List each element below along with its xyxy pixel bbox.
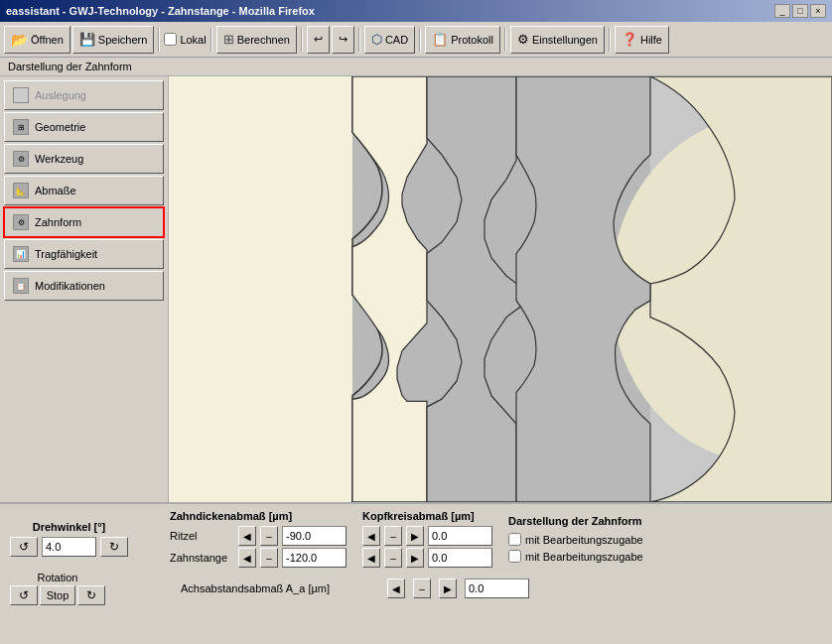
title-bar: eassistant - GWJ-Technology - Zahnstange… — [0, 0, 832, 22]
zahndicken-label: Zahndickenabmaß [µm] — [170, 510, 347, 522]
darstellung-text-2: mit Bearbeitungszugabe — [525, 551, 643, 563]
sidebar-item-tragfahigkeit[interactable]: 📊 Tragfähigkeit — [4, 239, 164, 269]
sidebar-item-modifikationen[interactable]: 📋 Modifikationen — [4, 271, 164, 301]
achsabstand-left[interactable]: ◀ — [387, 579, 405, 598]
bottom-row-2: Rotation ↺ Stop ↻ Achsabstandsabmaß A_a … — [10, 572, 822, 605]
kopfkreis-ritzel-input[interactable] — [428, 526, 492, 546]
cad-icon: ⬡ — [371, 32, 382, 47]
main-layout: Auslegung ⊞ Geometrie ⚙ Werkzeug 📐 Abmaß… — [0, 76, 832, 502]
kopfkreis-zahnstange-minus[interactable]: – — [384, 548, 402, 568]
kopfkreis-label: Kopfkreisabmaß [µm] — [362, 510, 492, 522]
drehwinkel-label: Drehwinkel [°] — [33, 521, 105, 533]
undo-button[interactable]: ↩ — [307, 26, 330, 54]
sidebar-item-auslegung[interactable]: Auslegung — [4, 80, 164, 110]
sidebar-item-zahnform[interactable]: ⚙ Zahnform — [4, 207, 164, 237]
rotation-right-btn[interactable]: ↻ — [77, 585, 105, 605]
local-checkbox[interactable] — [164, 33, 177, 46]
drehwinkel-right-btn[interactable]: ↻ — [100, 537, 128, 557]
rotation-left-btn[interactable]: ↺ — [10, 585, 38, 605]
save-icon: 💾 — [79, 32, 95, 47]
kopfkreis-group: Kopfkreisabmaß [µm] ◀ – ▶ ◀ – ▶ — [362, 510, 492, 568]
separator-2 — [210, 28, 212, 52]
maximize-button[interactable]: □ — [792, 4, 808, 18]
separator-3 — [301, 28, 303, 52]
zahndicken-ritzel-minus[interactable]: – — [260, 526, 278, 546]
stop-button[interactable]: Stop — [40, 585, 75, 605]
redo-button[interactable]: ↪ — [332, 26, 354, 54]
achsabstand-minus[interactable]: – — [413, 579, 431, 598]
cad-button[interactable]: ⬡ CAD — [364, 26, 415, 54]
darstellung-checkbox-1[interactable] — [508, 533, 521, 546]
rotation-group: Rotation ↺ Stop ↻ — [10, 572, 105, 605]
kopfkreis-zahnstange-row: ◀ – ▶ — [362, 548, 492, 568]
zahndicken-zahnstange-left[interactable]: ◀ — [238, 548, 256, 568]
zahnform-icon: ⚙ — [13, 214, 29, 230]
zahndicken-zahnstange-minus[interactable]: – — [260, 548, 278, 568]
separator-6 — [504, 28, 506, 52]
protocol-button[interactable]: 📋 Protokoll — [425, 26, 500, 54]
zahndicken-zahnstange-row: Zahnstange ◀ – — [170, 548, 347, 568]
achsabstand-label: Achsabstandsabmaß A_a [µm] — [181, 582, 379, 594]
section-label: Darstellung der Zahnform — [0, 58, 832, 76]
window-controls[interactable]: _ □ × — [774, 4, 826, 18]
separator-7 — [609, 28, 611, 52]
window-title: eassistant - GWJ-Technology - Zahnstange… — [6, 5, 315, 17]
tooth-svg — [169, 76, 832, 502]
open-icon: 📂 — [11, 32, 28, 48]
werkzeug-icon: ⚙ — [13, 151, 29, 167]
protocol-icon: 📋 — [432, 32, 448, 47]
sidebar-item-werkzeug[interactable]: ⚙ Werkzeug — [4, 144, 164, 174]
auslegung-icon — [13, 87, 29, 103]
rotation-label: Rotation — [38, 572, 78, 583]
achsabstand-input[interactable] — [465, 579, 529, 598]
darstellung-checkbox-2[interactable] — [508, 550, 521, 563]
sidebar: Auslegung ⊞ Geometrie ⚙ Werkzeug 📐 Abmaß… — [0, 76, 169, 502]
kopfkreis-ritzel-row: ◀ – ▶ — [362, 526, 492, 546]
save-button[interactable]: 💾 Speichern — [72, 26, 155, 54]
bottom-panel: Drehwinkel [°] ↺ ↻ Zahndickenabmaß [µm] … — [0, 502, 832, 641]
darstellung-group: Darstellung der Zahnform mit Bearbeitung… — [508, 515, 643, 563]
geometrie-icon: ⊞ — [13, 119, 29, 135]
zahndicken-ritzel-input[interactable] — [282, 526, 347, 546]
kopfkreis-ritzel-plus[interactable]: ▶ — [406, 526, 424, 546]
tragfahigkeit-icon: 📊 — [13, 246, 29, 262]
sidebar-item-abmasse[interactable]: 📐 Abmaße — [4, 176, 164, 205]
kopfkreis-zahnstange-left[interactable]: ◀ — [362, 548, 380, 568]
darstellung-cb-2: mit Bearbeitungszugabe — [508, 550, 643, 563]
local-checkbox-label[interactable]: Lokal — [164, 33, 206, 46]
settings-icon: ⚙ — [517, 32, 529, 47]
sidebar-item-geometrie[interactable]: ⊞ Geometrie — [4, 112, 164, 142]
open-button[interactable]: 📂 Öffnen — [4, 26, 70, 54]
help-button[interactable]: ❓ Hilfe — [615, 26, 669, 54]
bottom-row-1: Drehwinkel [°] ↺ ↻ Zahndickenabmaß [µm] … — [10, 510, 822, 568]
canvas-area — [169, 76, 832, 502]
drehwinkel-input[interactable] — [42, 537, 96, 557]
zahndicken-zahnstange-input[interactable] — [282, 548, 347, 568]
kopfkreis-ritzel-left[interactable]: ◀ — [362, 526, 380, 546]
drehwinkel-left-btn[interactable]: ↺ — [10, 537, 38, 557]
rotation-row: ↺ Stop ↻ — [10, 585, 105, 605]
help-icon: ❓ — [622, 32, 637, 47]
calc-icon: ⊞ — [223, 32, 234, 47]
close-button[interactable]: × — [810, 4, 826, 18]
drehwinkel-row: ↺ ↻ — [10, 537, 128, 557]
zahnstange-label: Zahnstange — [170, 552, 234, 564]
separator-5 — [419, 28, 421, 52]
kopfkreis-ritzel-minus[interactable]: – — [384, 526, 402, 546]
modifikationen-icon: 📋 — [13, 278, 29, 294]
ritzel-label: Ritzel — [170, 530, 234, 542]
zahndicken-group: Zahndickenabmaß [µm] Ritzel ◀ – Zahnstan… — [170, 510, 347, 568]
darstellung-text-1: mit Bearbeitungszugabe — [525, 534, 643, 546]
redo-icon: ↪ — [339, 33, 347, 46]
zahndicken-ritzel-left[interactable]: ◀ — [238, 526, 256, 546]
minimize-button[interactable]: _ — [774, 4, 790, 18]
kopfkreis-zahnstange-plus[interactable]: ▶ — [406, 548, 424, 568]
kopfkreis-zahnstange-input[interactable] — [428, 548, 492, 568]
separator-1 — [158, 28, 160, 52]
calc-button[interactable]: ⊞ Berechnen — [216, 26, 297, 54]
settings-button[interactable]: ⚙ Einstellungen — [510, 26, 605, 54]
darstellung-label: Darstellung der Zahnform — [508, 515, 643, 527]
zahndicken-ritzel-row: Ritzel ◀ – — [170, 526, 347, 546]
achsabstand-plus[interactable]: ▶ — [439, 579, 457, 598]
darstellung-cb-1: mit Bearbeitungszugabe — [508, 533, 643, 546]
